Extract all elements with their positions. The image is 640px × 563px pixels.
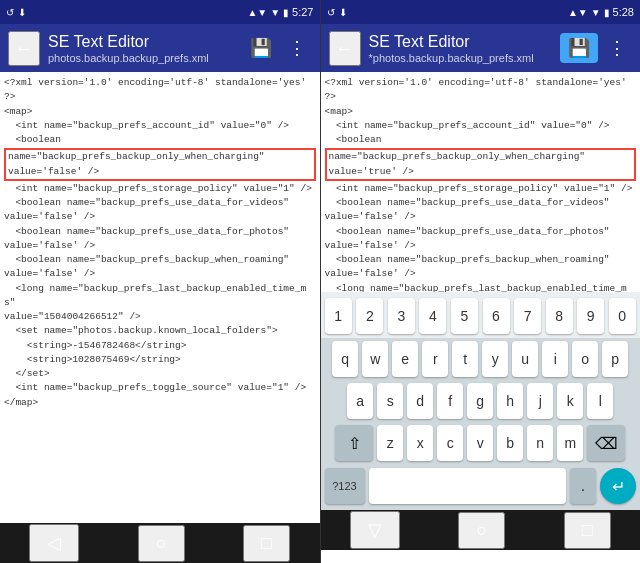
back-button-right[interactable]: ← — [329, 31, 361, 66]
rxml-line-3: <int name="backup_prefs_account_id" valu… — [325, 119, 637, 133]
xml-line-9: value='false' /> — [4, 210, 316, 224]
key-9[interactable]: 9 — [577, 298, 604, 334]
save-button-right[interactable]: 💾 — [560, 33, 598, 63]
key-q[interactable]: q — [332, 341, 358, 377]
key-j[interactable]: j — [527, 383, 553, 419]
xml-line-5: name="backup_prefs_backup_only_when_char… — [8, 150, 312, 164]
title-group-left: SE Text Editor photos.backup.backup_pref… — [48, 32, 236, 63]
xml-line-8: <boolean name="backup_prefs_use_data_for… — [4, 196, 316, 210]
app-subtitle-right: *photos.backup.backup_prefs.xml — [369, 52, 553, 64]
key-o[interactable]: o — [572, 341, 598, 377]
key-y[interactable]: y — [482, 341, 508, 377]
key-0[interactable]: 0 — [609, 298, 636, 334]
key-b[interactable]: b — [497, 425, 523, 461]
shift-key[interactable]: ⇧ — [335, 425, 373, 461]
sym-key[interactable]: ?123 — [325, 468, 365, 504]
rxml-line-7: <int name="backup_prefs_storage_policy" … — [325, 182, 637, 196]
key-w[interactable]: w — [362, 341, 388, 377]
xml-line-12: <boolean name="backup_prefs_backup_when_… — [4, 253, 316, 267]
refresh-icon: ↺ — [6, 7, 14, 18]
editor-content-right[interactable]: <?xml version='1.0' encoding='utf-8' sta… — [321, 72, 641, 292]
more-button-right[interactable]: ⋮ — [602, 33, 632, 63]
right-panel: ↺ ⬇ ▲▼ ▼ ▮ 5:28 ← SE Text Editor *photos… — [321, 0, 641, 563]
space-key[interactable] — [369, 468, 567, 504]
wifi-icon-r: ▼ — [591, 7, 601, 18]
rxml-line-1: <?xml version='1.0' encoding='utf-8' sta… — [325, 76, 637, 105]
key-c[interactable]: c — [437, 425, 463, 461]
nav-recent-right[interactable]: □ — [564, 512, 611, 549]
key-l[interactable]: l — [587, 383, 613, 419]
rxml-line-10: <boolean name="backup_prefs_use_data_for… — [325, 225, 637, 239]
key-t[interactable]: t — [452, 341, 478, 377]
save-button-left[interactable]: 💾 — [244, 33, 278, 63]
xml-line-10: <boolean name="backup_prefs_use_data_for… — [4, 225, 316, 239]
key-d[interactable]: d — [407, 383, 433, 419]
status-bar-left: ↺ ⬇ ▲▼ ▼ ▮ 5:27 — [0, 0, 320, 24]
key-5[interactable]: 5 — [451, 298, 478, 334]
app-title-right: SE Text Editor — [369, 32, 553, 51]
battery-icon: ▮ — [283, 7, 289, 18]
nav-back-left[interactable]: ◁ — [29, 524, 79, 562]
key-i[interactable]: i — [542, 341, 568, 377]
more-button-left[interactable]: ⋮ — [282, 33, 312, 63]
rxml-line-8: <boolean name="backup_prefs_use_data_for… — [325, 196, 637, 210]
key-e[interactable]: e — [392, 341, 418, 377]
key-7[interactable]: 7 — [514, 298, 541, 334]
highlight-block-left: name="backup_prefs_backup_only_when_char… — [4, 148, 316, 181]
key-x[interactable]: x — [407, 425, 433, 461]
key-3[interactable]: 3 — [388, 298, 415, 334]
key-h[interactable]: h — [497, 383, 523, 419]
xml-line-7: <int name="backup_prefs_storage_policy" … — [4, 182, 316, 196]
app-title-left: SE Text Editor — [48, 32, 236, 51]
nav-home-right[interactable]: ○ — [458, 512, 505, 549]
xml-line-19: </set> — [4, 367, 316, 381]
xml-line-21: </map> — [4, 396, 316, 410]
period-key[interactable]: . — [570, 468, 596, 504]
app-subtitle-left: photos.backup.backup_prefs.xml — [48, 52, 236, 64]
key-a[interactable]: a — [347, 383, 373, 419]
backspace-key[interactable]: ⌫ — [587, 425, 625, 461]
nav-recent-left[interactable]: □ — [243, 525, 290, 562]
key-z[interactable]: z — [377, 425, 403, 461]
key-m[interactable]: m — [557, 425, 583, 461]
keyboard: 1 2 3 4 5 6 7 8 9 0 q w e r t y u i o p … — [321, 292, 641, 510]
key-n[interactable]: n — [527, 425, 553, 461]
key-8[interactable]: 8 — [546, 298, 573, 334]
enter-key[interactable]: ↵ — [600, 468, 636, 504]
refresh-icon-r: ↺ — [327, 7, 335, 18]
back-button-left[interactable]: ← — [8, 31, 40, 66]
xml-line-15: value="1504004266512" /> — [4, 310, 316, 324]
app-bar-right: ← SE Text Editor *photos.backup.backup_p… — [321, 24, 641, 72]
key-6[interactable]: 6 — [483, 298, 510, 334]
key-4[interactable]: 4 — [419, 298, 446, 334]
key-u[interactable]: u — [512, 341, 538, 377]
signal-icon-r: ▲▼ — [568, 7, 588, 18]
title-group-right: SE Text Editor *photos.backup.backup_pre… — [369, 32, 553, 63]
key-p[interactable]: p — [602, 341, 628, 377]
key-r[interactable]: r — [422, 341, 448, 377]
nav-back-right[interactable]: ▽ — [350, 511, 400, 549]
xml-line-20: <int name="backup_prefs_toggle_source" v… — [4, 381, 316, 395]
rxml-line-9: value='false' /> — [325, 210, 637, 224]
bottom-nav-right: ▽ ○ □ — [321, 510, 641, 550]
key-v[interactable]: v — [467, 425, 493, 461]
key-f[interactable]: f — [437, 383, 463, 419]
xml-line-4: <boolean — [4, 133, 316, 147]
nav-home-left[interactable]: ○ — [138, 525, 185, 562]
battery-icon-r: ▮ — [604, 7, 610, 18]
wifi-icon: ▼ — [270, 7, 280, 18]
key-2[interactable]: 2 — [356, 298, 383, 334]
app-bar-actions-right: 💾 ⋮ — [560, 33, 632, 63]
key-s[interactable]: s — [377, 383, 403, 419]
keyboard-bottom-row: ?123 . ↵ — [321, 464, 641, 510]
status-icons-right: ↺ ⬇ — [327, 7, 347, 18]
key-k[interactable]: k — [557, 383, 583, 419]
status-time: 5:27 — [292, 6, 313, 18]
xml-line-3: <int name="backup_prefs_account_id" valu… — [4, 119, 316, 133]
key-g[interactable]: g — [467, 383, 493, 419]
editor-content-left[interactable]: <?xml version='1.0' encoding='utf-8' sta… — [0, 72, 320, 523]
xml-line-16: <set name="photos.backup.known_local_fol… — [4, 324, 316, 338]
xml-line-6: value='false' /> — [8, 165, 312, 179]
download-icon-r: ⬇ — [339, 7, 347, 18]
key-1[interactable]: 1 — [325, 298, 352, 334]
